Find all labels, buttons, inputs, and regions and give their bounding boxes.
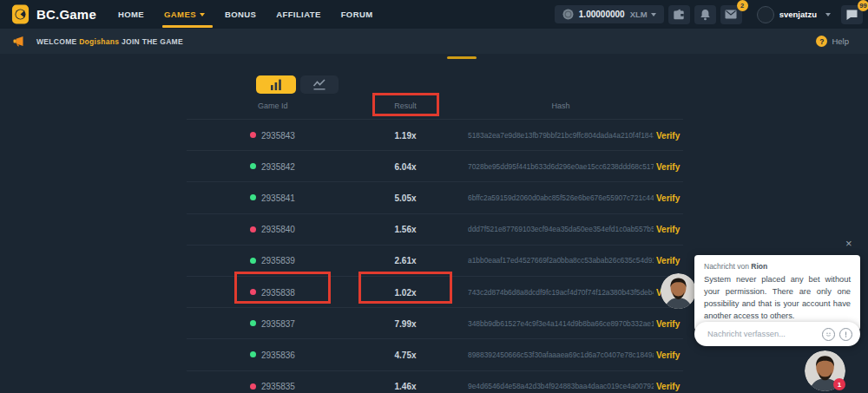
- status-dot: [250, 163, 256, 169]
- table-row: 2935835 1.46x 9e4d6546d4e58a42d3b4f92488…: [187, 370, 683, 393]
- table-row: 2935843 1.19x 5183a2ea7e9d8e13fb79bbf21b…: [187, 119, 683, 150]
- messages-button[interactable]: 2: [720, 5, 742, 24]
- chat-sender-name: Rion: [751, 262, 767, 271]
- welcome-username: Dogishans: [79, 37, 119, 46]
- topbar-right: 1.00000000 XLM 2 svenjat: [555, 5, 863, 24]
- game-id: 2935842: [261, 161, 295, 171]
- result-value: 6.04x: [353, 161, 457, 171]
- active-tab-indicator: [447, 56, 477, 59]
- result-value: 2.61x: [353, 256, 457, 265]
- wallet-button[interactable]: [668, 5, 690, 24]
- bar-chart-icon: [269, 79, 283, 90]
- top-bar: BC.Game HOME GAMES BONUS AFFILIATE FORUM…: [0, 0, 868, 29]
- verify-link[interactable]: Verify: [656, 130, 680, 140]
- game-id: 2935837: [261, 318, 295, 328]
- status-dot: [250, 351, 256, 357]
- table-row: 2935841 5.05x 6bffc2a59159d2060d0abc85f5…: [187, 181, 683, 213]
- chat-sender-avatar: [661, 273, 696, 309]
- chevron-down-icon: [825, 13, 831, 16]
- trend-chart-icon: [312, 79, 326, 90]
- user-avatar: [757, 6, 774, 23]
- bar-chart-view-button[interactable]: [256, 75, 296, 94]
- result-value: 1.56x: [353, 225, 457, 234]
- trend-view-button[interactable]: [300, 75, 339, 94]
- game-id: 2935836: [261, 350, 295, 359]
- nav-forum[interactable]: FORUM: [341, 10, 373, 19]
- balance-selector[interactable]: 1.00000000 XLM: [555, 5, 664, 23]
- verify-link[interactable]: Verify: [656, 318, 680, 328]
- highlight-box-game-id: [234, 272, 331, 304]
- nav-bonus[interactable]: BONUS: [225, 10, 256, 19]
- close-icon[interactable]: ×: [845, 238, 852, 249]
- hash-value: 8988392450666c53f30afaaaea69c1d6a7c0407e…: [468, 350, 654, 359]
- table-row: 2935836 4.75x 8988392450666c53f30afaaaea…: [187, 338, 683, 370]
- chevron-down-icon: [651, 13, 656, 16]
- game-id: 2935843: [261, 130, 295, 140]
- chat-bubble-icon: [845, 9, 858, 21]
- help-button[interactable]: ? Help: [816, 36, 849, 47]
- help-icon: ?: [816, 36, 827, 47]
- nav-affiliate[interactable]: AFFILIATE: [276, 10, 320, 19]
- status-dot: [250, 226, 256, 233]
- page: BC.Game HOME GAMES BONUS AFFILIATE FORUM…: [0, 0, 868, 393]
- chevron-down-icon: [200, 13, 205, 16]
- main-content: Game Id Result Hash 2935843 1.19x 5183a2…: [0, 54, 868, 393]
- wallet-icon: [673, 9, 685, 20]
- verify-link[interactable]: Verify: [656, 161, 680, 171]
- table-row: 2935840 1.56x ddd7f521e87769103ecf94ea35…: [187, 213, 683, 245]
- notifications-button[interactable]: [694, 5, 716, 24]
- brand-logo[interactable]: BC.Game: [11, 4, 96, 24]
- game-id: 2935841: [261, 193, 295, 202]
- status-dot: [250, 383, 256, 390]
- hash-value: 6bffc2a59159d2060d0abc85f526e6be676e5590…: [468, 193, 654, 202]
- megaphone-icon: [12, 36, 25, 47]
- verify-link[interactable]: Verify: [656, 256, 680, 265]
- exclamation-icon[interactable]: [839, 328, 852, 341]
- verify-link[interactable]: Verify: [656, 193, 680, 202]
- hash-value: 5183a2ea7e9d8e13fb79bbf21bc9ffc804dada4a…: [468, 131, 654, 140]
- verify-link[interactable]: Verify: [656, 382, 680, 391]
- main-nav: HOME GAMES BONUS AFFILIATE FORUM: [118, 10, 373, 19]
- chat-message-text: System never placed any bet without your…: [704, 274, 851, 323]
- column-header-hash: Hash: [468, 102, 654, 110]
- result-value: 1.46x: [353, 382, 457, 391]
- table-row: 2935842 6.04x 7028be95dd95f441b633d6d296…: [187, 150, 683, 181]
- view-toggles: [256, 75, 339, 94]
- bell-icon: [700, 9, 711, 21]
- highlight-box-result-header: [372, 93, 439, 116]
- chat-message-header: Nachricht von Rion: [704, 262, 851, 271]
- welcome-bar: WELCOME Dogishans JOIN THE GAME ? Help: [0, 29, 868, 54]
- status-dot: [250, 132, 256, 138]
- emoji-icon[interactable]: [822, 328, 835, 341]
- results-table: Game Id Result Hash 2935843 1.19x 5183a2…: [187, 97, 683, 393]
- status-dot: [250, 320, 256, 326]
- chat-badge: 99: [858, 0, 868, 11]
- chat-message-card: Nachricht von Rion System never placed a…: [694, 255, 860, 331]
- bcgame-logo-icon: [11, 4, 30, 24]
- chat-button[interactable]: 99: [841, 5, 863, 24]
- chat-input[interactable]: [706, 329, 822, 339]
- game-id: 2935839: [261, 256, 295, 265]
- highlight-box-result-value: [358, 272, 452, 304]
- brand-name: BC.Game: [36, 7, 96, 22]
- chat-input-icons: [822, 328, 852, 341]
- verify-link[interactable]: Verify: [656, 350, 680, 359]
- nav-home[interactable]: HOME: [118, 10, 144, 19]
- messages-badge: 2: [737, 0, 748, 11]
- game-id: 2935840: [261, 225, 295, 234]
- welcome-message: WELCOME Dogishans JOIN THE GAME: [36, 37, 183, 46]
- verify-link[interactable]: Verify: [656, 225, 680, 234]
- result-value: 4.75x: [353, 350, 457, 359]
- status-dot: [250, 194, 256, 200]
- result-value: 1.19x: [353, 130, 457, 140]
- hash-value: 7028be95dd95f441b633d6d296e0ae15cc6238dd…: [468, 162, 654, 171]
- envelope-icon: [725, 10, 737, 19]
- hash-value: 348bb9db61527e4c9f3e4a1414d9b8ba66ce8970…: [468, 319, 654, 328]
- nav-games[interactable]: GAMES: [164, 10, 205, 19]
- balance-amount: 1.00000000: [579, 10, 625, 19]
- unread-count-badge: 1: [833, 378, 845, 390]
- user-menu[interactable]: svenjatzu: [757, 6, 831, 23]
- game-id: 2935835: [261, 382, 295, 391]
- balance-currency: XLM: [630, 10, 656, 19]
- table-row: 2935837 7.99x 348bb9db61527e4c9f3e4a1414…: [187, 307, 683, 338]
